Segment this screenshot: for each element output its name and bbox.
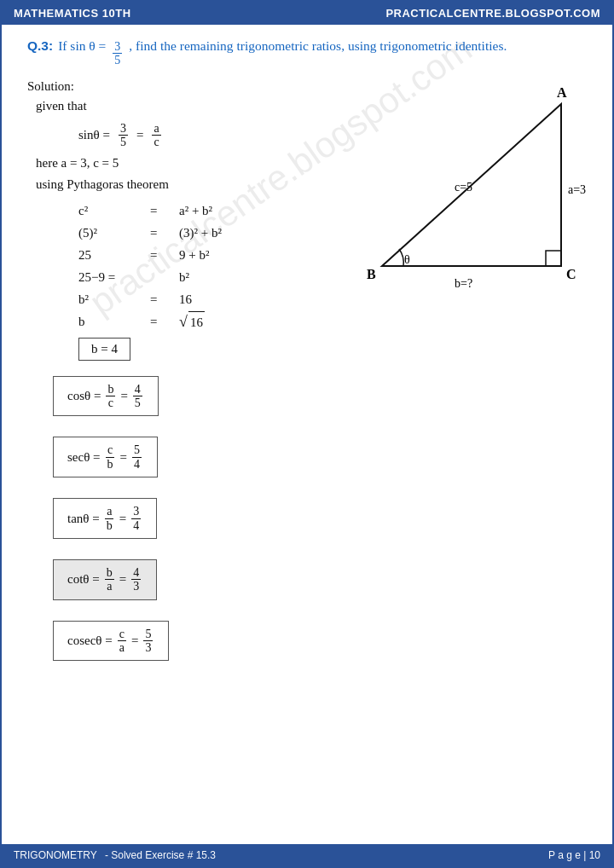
step5-rhs: 16 xyxy=(179,289,290,310)
sin-equation: sinθ = 3 5 = a c xyxy=(78,122,587,149)
b-result-text: b = 4 xyxy=(91,342,118,356)
question-text-before: If sin θ = xyxy=(58,38,106,54)
step2-rhs: (3)² + b² xyxy=(179,223,290,243)
question-line: Q.3: If sin θ = 3 5 , find the remaining… xyxy=(27,38,587,67)
step4-lhs: 25−9 = xyxy=(78,267,147,287)
pythagoras-line: using Pythagoras theorem xyxy=(36,177,587,192)
step6-rhs: √ 16 xyxy=(179,311,290,333)
tan-eq: = xyxy=(119,512,126,526)
q-frac-num: 3 xyxy=(113,40,122,54)
question-fraction: 3 5 xyxy=(113,40,122,67)
cot-frac2: 4 3 xyxy=(131,566,141,593)
step1-eq: = xyxy=(150,200,176,221)
step5-lhs: b² xyxy=(78,289,147,310)
step4-rhs: b² xyxy=(179,267,290,287)
cosec-frac2: 5 3 xyxy=(143,628,153,655)
footer-subject: TRIGONOMETRY xyxy=(14,849,97,861)
sec-eq: = xyxy=(120,450,127,465)
sin-frac1: 3 5 xyxy=(119,122,128,149)
steps-table: c² = a² + b² (5)² = (3)² + b² 25 = 9 + b… xyxy=(78,200,587,333)
sin-frac2: a c xyxy=(152,122,160,149)
cosec-box: cosecθ = c a = 5 3 xyxy=(53,621,169,662)
header: Mathematics 10th practicalcentre.blogspo… xyxy=(2,2,612,25)
step3-eq: = xyxy=(150,245,176,265)
sec-frac2: 5 4 xyxy=(132,443,142,471)
header-website: practicalcentre.blogspot.com xyxy=(385,7,600,20)
question-number: Q.3: xyxy=(27,38,53,54)
step1-rhs: a² + b² xyxy=(179,200,290,221)
step1-lhs: c² xyxy=(78,200,147,221)
given-that: given that xyxy=(36,99,587,113)
footer-page: P a g e | 10 xyxy=(548,849,600,861)
tan-label: tanθ = xyxy=(67,512,100,526)
cot-label: cotθ = xyxy=(67,572,100,587)
cosec-frac1: c a xyxy=(118,628,126,655)
cos-eq: = xyxy=(120,389,127,403)
tan-box: tanθ = a b = 3 4 xyxy=(53,498,157,539)
step2-lhs: (5)² xyxy=(78,223,147,243)
cos-frac1: b c xyxy=(106,383,115,410)
sec-frac1: c b xyxy=(106,443,115,471)
sin-eq2: = xyxy=(136,128,143,142)
sqrt-content: 16 xyxy=(188,311,205,333)
sec-label: secθ = xyxy=(67,450,101,465)
question-text-after: , find the remaining trigonometric ratio… xyxy=(129,38,507,54)
here-line: here a = 3, c = 5 xyxy=(36,156,587,171)
sin-label: sinθ = xyxy=(78,128,110,142)
content: Q.3: If sin θ = 3 5 , find the remaining… xyxy=(2,25,612,732)
sec-box: secθ = c b = 5 4 xyxy=(53,437,158,477)
cot-box: cotθ = b a = 4 3 xyxy=(53,559,157,600)
sqrt-expression: √ 16 xyxy=(179,311,205,333)
solution-label: Solution: xyxy=(27,79,587,94)
cosec-label: cosecθ = xyxy=(67,634,113,648)
tan-frac2: 3 4 xyxy=(131,505,141,532)
step3-lhs: 25 xyxy=(78,245,147,265)
footer-subtitle: - Solved Exercise # 15.3 xyxy=(105,849,216,861)
sqrt-symbol: √ xyxy=(179,314,188,329)
cot-eq: = xyxy=(119,572,126,587)
header-title: Mathematics 10th xyxy=(14,7,131,20)
step2-eq: = xyxy=(150,223,176,243)
q-frac-den: 5 xyxy=(113,54,122,67)
page: Mathematics 10th practicalcentre.blogspo… xyxy=(0,0,614,868)
cos-box: cosθ = b c = 4 5 xyxy=(53,376,159,417)
b-result-box: b = 4 xyxy=(78,338,130,361)
tan-frac1: a b xyxy=(105,505,114,532)
step6-lhs: b xyxy=(78,311,147,332)
cosec-eq: = xyxy=(131,634,138,648)
footer: TRIGONOMETRY - Solved Exercise # 15.3 P … xyxy=(2,844,612,866)
step6-eq: = xyxy=(150,311,176,332)
step3-rhs: 9 + b² xyxy=(179,245,290,265)
footer-left: TRIGONOMETRY - Solved Exercise # 15.3 xyxy=(14,849,216,861)
cot-frac1: b a xyxy=(105,566,114,593)
step5-eq: = xyxy=(150,289,176,310)
cos-frac2: 4 5 xyxy=(133,383,142,410)
cos-label: cosθ = xyxy=(67,389,101,403)
